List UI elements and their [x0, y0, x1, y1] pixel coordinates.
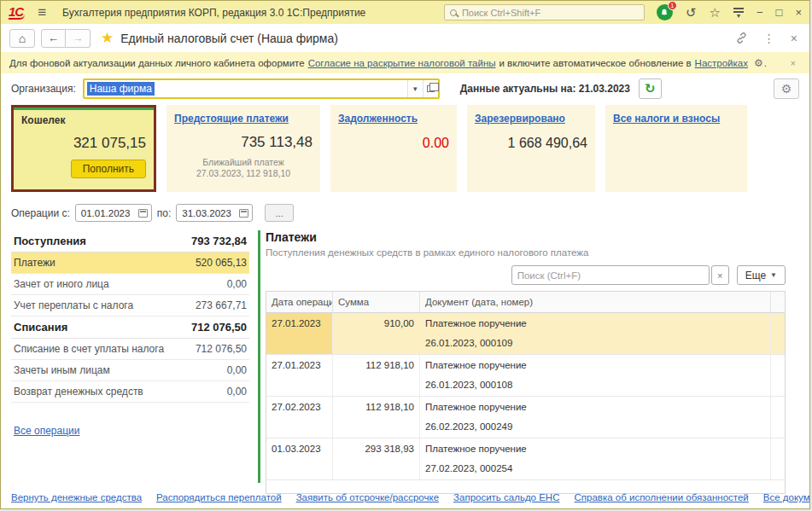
col-extra — [771, 292, 785, 312]
upcoming-payments-card: Предстоящие платежи 735 113,48 Ближайший… — [166, 105, 320, 192]
page-title: Единый налоговый счет (Наша фирма) — [120, 32, 338, 45]
banner-text-middle: и включите автоматическое обновление в — [499, 58, 692, 68]
operations-row[interactable]: Учет переплаты с налога273 667,71 — [11, 295, 249, 316]
global-search-input[interactable]: Поиск Ctrl+Shift+F — [444, 4, 645, 20]
main-menu-icon[interactable]: ≡ — [38, 5, 46, 20]
operations-row[interactable]: Списание в счет уплаты налога712 076,50 — [11, 339, 249, 360]
organization-dropdown-icon[interactable]: ▾ — [407, 80, 423, 97]
operations-row[interactable]: Возврат денежных средств0,00 — [11, 381, 249, 403]
operations-row[interactable]: Зачет от иного лица0,00 — [11, 274, 249, 295]
date-to-value: 31.03.2023 — [182, 208, 239, 218]
debt-link[interactable]: Задолженность — [338, 113, 418, 125]
table-row[interactable]: 01.03.2023 293 318,93 Платежное поручени… — [266, 438, 785, 480]
period-to-label: по: — [157, 207, 172, 219]
table-search-input[interactable]: Поиск (Ctrl+F) — [511, 265, 710, 285]
maximize-button[interactable]: □ — [776, 7, 783, 18]
nearest-payment-note: Ближайший платеж27.03.2023, 112 918,10 — [174, 157, 313, 179]
reserved-link[interactable]: Зарезервировано — [475, 113, 565, 125]
reserved-amount: 1 668 490,64 — [475, 136, 587, 151]
wallet-title: Кошелек — [21, 114, 146, 126]
favorite-star-icon[interactable]: ★ — [101, 29, 114, 47]
organization-value: Наша фирма — [87, 82, 155, 96]
col-amount: Сумма — [333, 292, 420, 312]
home-button[interactable]: ⌂ — [9, 29, 35, 48]
settings-gear-icon[interactable]: ⚙ — [754, 57, 763, 69]
banner-text: Для фоновой актуализации данных личного … — [9, 58, 305, 68]
calendar-icon[interactable] — [138, 209, 148, 218]
banner-text-after: . — [764, 58, 767, 68]
nav-row: ⌂ ← → ★ Единый налоговый счет (Наша фирм… — [1, 24, 809, 52]
favorites-star-icon[interactable]: ☆ — [710, 6, 721, 19]
summary-cards: Кошелек 321 075,15 Пополнить Предстоящие… — [11, 105, 799, 192]
minimize-button[interactable]: − — [757, 7, 763, 18]
col-document: Документ (дата, номер) — [420, 292, 771, 312]
debt-amount: 0.00 — [338, 136, 449, 151]
calendar-icon[interactable] — [239, 209, 248, 218]
notifications-button[interactable]: 1 — [657, 4, 673, 20]
dispose-overpayment-link[interactable]: Распорядиться переплатой — [156, 492, 282, 502]
banner-close-icon[interactable]: × — [791, 58, 801, 68]
refresh-button[interactable]: ↻ — [639, 78, 662, 99]
operations-panel: Поступления793 732,84 Платежи520 065,13 … — [11, 230, 249, 483]
bell-icon — [660, 9, 669, 17]
payments-title: Платежи — [266, 230, 786, 244]
return-funds-link[interactable]: Вернуть денежные средства — [11, 492, 142, 502]
link-icon[interactable] — [735, 32, 748, 44]
table-row[interactable]: 27.01.2023 112 918,10 Платежное поручени… — [266, 355, 785, 397]
request-balance-link[interactable]: Запросить сальдо ЕНС — [453, 492, 559, 502]
app-window: 1С ≡ Бухгалтерия предприятия КОРП, редак… — [0, 0, 810, 509]
all-taxes-link[interactable]: Все налоги и взносы — [613, 113, 720, 125]
operations-group-row[interactable]: Списания712 076,50 — [11, 316, 249, 339]
period-filter: Операции с: 01.01.2023 по: 31.03.2023 ..… — [11, 204, 799, 222]
app-title: Бухгалтерия предприятия КОРП, редакция 3… — [62, 7, 365, 19]
forward-button[interactable]: → — [66, 29, 91, 48]
operations-row[interactable]: Зачеты иным лицам0,00 — [11, 360, 249, 381]
disclosure-consent-link[interactable]: Согласие на раскрытие налоговой тайны — [308, 58, 496, 68]
operations-row-selected[interactable]: Платежи520 065,13 — [11, 253, 249, 274]
operations-group-row[interactable]: Поступления793 732,84 — [11, 230, 249, 253]
notification-badge: 1 — [668, 1, 677, 10]
more-button[interactable]: Еще▼ — [737, 265, 786, 285]
payments-panel: Платежи Поступления денежных средств в р… — [266, 230, 786, 483]
service-menu-icon[interactable]: ▼ — [733, 7, 744, 18]
organization-open-icon[interactable] — [423, 80, 438, 97]
upcoming-amount: 735 113,48 — [174, 134, 313, 151]
topup-button[interactable]: Пополнить — [71, 160, 146, 178]
payments-subtitle: Поступления денежных средств в рамках ед… — [266, 247, 786, 258]
col-date: Дата операции — [266, 292, 333, 312]
info-banner: Для фоновой актуализации данных личного … — [1, 52, 809, 73]
table-toolbar: Поиск (Ctrl+F) × Еще▼ — [266, 265, 786, 285]
search-clear-icon[interactable]: × — [711, 265, 729, 285]
global-search-placeholder: Поиск Ctrl+Shift+F — [462, 8, 540, 18]
table-row[interactable]: 27.01.2023 910,00 Платежное поручение26.… — [266, 313, 785, 355]
obligations-certificate-link[interactable]: Справка об исполнении обязанностей — [574, 492, 748, 502]
period-more-button[interactable]: ... — [265, 204, 294, 222]
deferral-link[interactable]: Заявить об отсрочке/рассрочке — [296, 492, 439, 502]
organization-label: Организация: — [11, 83, 76, 95]
main-area: Поступления793 732,84 Платежи520 065,13 … — [11, 230, 809, 483]
panel-splitter[interactable] — [258, 230, 260, 483]
page-settings-button[interactable]: ⚙ — [774, 78, 799, 99]
wallet-card-highlight: Кошелек 321 075,15 Пополнить — [11, 105, 156, 192]
search-icon — [450, 9, 457, 16]
close-form-button[interactable]: × — [791, 32, 797, 44]
back-button[interactable]: ← — [41, 29, 66, 48]
period-label: Операции с: — [11, 207, 70, 219]
date-to-field[interactable]: 31.03.2023 — [176, 204, 253, 222]
date-from-value: 01.01.2023 — [81, 208, 138, 218]
chevron-down-icon: ▼ — [770, 271, 777, 279]
all-operations-link[interactable]: Все операции — [14, 425, 79, 437]
upcoming-payments-link[interactable]: Предстоящие платежи — [174, 113, 289, 125]
close-window-button[interactable]: × — [795, 7, 802, 18]
data-actual-date: 21.03.2023 — [579, 83, 630, 95]
table-header[interactable]: Дата операции Сумма Документ (дата, номе… — [266, 292, 785, 313]
footer-links: Вернуть денежные средства Распорядиться … — [11, 492, 803, 502]
organization-field[interactable]: Наша фирма ▾ — [83, 78, 440, 99]
all-documents-link[interactable]: Все документы по ЕНС — [763, 492, 810, 502]
all-taxes-card: Все налоги и взносы — [605, 105, 747, 192]
settings-link[interactable]: Настройках — [695, 58, 748, 68]
more-actions-icon[interactable]: ⋮ — [763, 32, 775, 44]
history-icon[interactable]: ↺ — [686, 6, 697, 19]
date-from-field[interactable]: 01.01.2023 — [75, 204, 152, 222]
table-row[interactable]: 27.02.2023 112 918,10 Платежное поручени… — [266, 397, 785, 438]
